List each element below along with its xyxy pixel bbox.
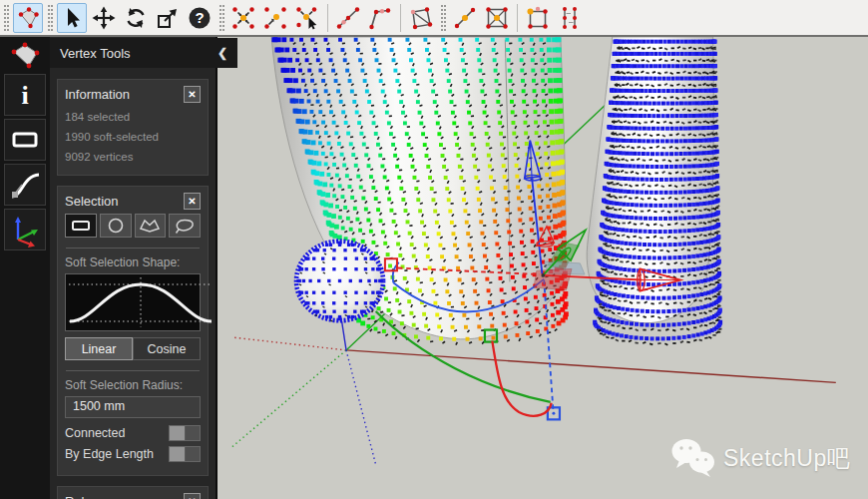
selection-section: Selection ✕ (57, 186, 209, 476)
close-selection-button[interactable]: ✕ (184, 193, 201, 210)
linear-falloff-button[interactable]: Linear (65, 337, 133, 360)
red-rotation-arc (492, 341, 551, 416)
toolbar-split-edge-button[interactable] (333, 3, 363, 33)
toolbar-merge-button[interactable] (228, 3, 258, 33)
split-edge-icon (335, 5, 361, 31)
toolbar-align-vertices-button[interactable] (555, 3, 585, 33)
vertex-tools-icon (15, 5, 41, 31)
rect-select-tool-button[interactable] (4, 119, 46, 161)
toolbar-grip[interactable] (441, 5, 446, 31)
poke-face-icon (484, 5, 510, 31)
circle-select-icon (104, 217, 128, 235)
toolbar-collapse-edge-button[interactable] (365, 3, 395, 33)
toolbar-separator (327, 4, 328, 32)
gizmo-axes-tool-button[interactable] (4, 209, 46, 250)
toolbar-grip[interactable] (48, 5, 53, 31)
toolbar-vertex-tools-button[interactable] (13, 3, 43, 33)
by-edge-length-label: By Edge Length (65, 447, 154, 461)
svg-text:i: i (21, 81, 28, 110)
toolbar-merge-to-cursor-button[interactable] (292, 3, 322, 33)
collapse-edge-icon (367, 5, 393, 31)
watermark: SketchUp吧 (670, 437, 850, 479)
align-vertices-icon (557, 5, 583, 31)
toolbar-insert-vertex-button[interactable] (450, 3, 480, 33)
rotate-icon (123, 5, 149, 31)
selected-count: 184 selected (65, 107, 201, 127)
main-toolbar: ? (0, 0, 868, 37)
info-icon: i (10, 78, 40, 112)
toolbar-separator (400, 4, 401, 32)
help-icon: ? (187, 5, 213, 31)
by-edge-length-toggle[interactable] (169, 446, 201, 462)
section-divider (66, 370, 200, 371)
relax-section: Relax ✕ X Y Z (57, 486, 209, 499)
toolbar-rotate-button[interactable] (121, 3, 151, 33)
axes-gizmo-icon (7, 212, 43, 248)
select-icon (59, 5, 85, 31)
falloff-curve-icon (7, 167, 43, 203)
collapse-panel-button[interactable]: ❮ (217, 46, 227, 60)
toolbar-poke-face-button[interactable] (482, 3, 512, 33)
soft-selection-radius-label: Soft Selection Radius: (65, 378, 201, 392)
soft-selected-count: 1990 soft-selected (65, 127, 201, 147)
polygon-select-mode-button[interactable] (135, 214, 167, 238)
vertex-tools-logo-icon (3, 39, 47, 71)
svg-text:?: ? (195, 9, 204, 26)
merge-icon (230, 5, 256, 31)
toolbar-merge-to-point-button[interactable] (260, 3, 290, 33)
panel-title: Vertex Tools (60, 46, 131, 61)
vertex-tools-panel: Information ✕ 184 selected 1990 soft-sel… (50, 37, 217, 499)
toolbar-grip[interactable] (219, 5, 224, 31)
close-information-button[interactable]: ✕ (184, 86, 201, 103)
soft-selection-shape-label: Soft Selection Shape: (65, 255, 201, 269)
watermark-text: SketchUp吧 (723, 443, 850, 474)
section-divider (66, 248, 200, 249)
rect-select-icon (69, 218, 93, 234)
toolbar-grip[interactable] (4, 5, 9, 31)
right-cylinder (587, 37, 722, 346)
information-title: Information (65, 87, 130, 102)
insert-vertex-icon (452, 5, 478, 31)
information-section: Information ✕ 184 selected 1990 soft-sel… (57, 79, 209, 176)
panel-titlebar: Vertex Tools ❮ (50, 38, 237, 68)
move-icon (91, 5, 117, 31)
falloff-curve-tool-button[interactable] (4, 164, 46, 206)
connected-toggle[interactable] (169, 425, 201, 441)
vertex-tools-sidebar: i (0, 37, 50, 499)
blue-sphere (295, 241, 384, 322)
connected-label: Connected (65, 426, 125, 440)
toolbar-scale-button[interactable] (153, 3, 183, 33)
toolbar-move-button[interactable] (89, 3, 119, 33)
wechat-bubbles-icon (670, 437, 716, 479)
merge-to-point-icon (262, 5, 288, 31)
extract-vertex-icon (525, 5, 551, 31)
lasso-select-icon (172, 217, 198, 235)
circle-select-mode-button[interactable] (100, 214, 132, 238)
relax-title: Relax (65, 494, 98, 499)
falloff-curve-widget[interactable] (65, 273, 201, 331)
toolbar-select-button[interactable] (57, 3, 87, 33)
rectangle-icon (8, 123, 42, 157)
scale-icon (155, 5, 181, 31)
polygon-select-icon (137, 217, 163, 235)
radius-input[interactable]: 1500 mm (65, 396, 201, 418)
cosine-falloff-button[interactable]: Cosine (133, 337, 201, 360)
lasso-select-mode-button[interactable] (169, 214, 201, 238)
selection-title: Selection (65, 194, 118, 209)
rect-select-mode-button[interactable] (65, 214, 97, 238)
info-tool-button[interactable]: i (4, 74, 46, 116)
merge-to-cursor-icon (294, 5, 320, 31)
vertex-count: 9092 vertices (65, 147, 201, 167)
toolbar-extract-vertex-button[interactable] (523, 3, 553, 33)
close-relax-button[interactable]: ✕ (184, 493, 201, 499)
triangulate-icon (408, 5, 434, 31)
toolbar-triangulate-button[interactable] (406, 3, 436, 33)
toolbar-separator (517, 4, 518, 32)
toolbar-help-button[interactable]: ? (185, 3, 215, 33)
